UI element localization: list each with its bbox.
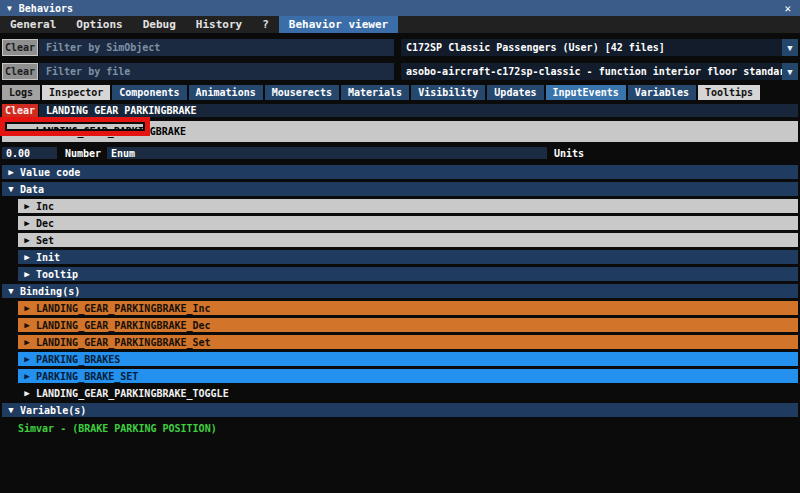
tree-row-label: PARKING_BRAKES xyxy=(36,354,120,365)
file-filter-row: Clear asobo-aircraft-c172sp-classic - fu… xyxy=(2,63,798,80)
tree-row-label: Data xyxy=(20,184,44,195)
menu-item-help[interactable]: ? xyxy=(252,16,279,33)
tree-row-binding-set[interactable]: ▶ LANDING_GEAR_PARKINGBRAKE_Set xyxy=(18,335,798,349)
tab-logs[interactable]: Logs xyxy=(2,85,40,100)
tree-row-inc[interactable]: ▶ Inc xyxy=(18,199,798,213)
expand-arrow-icon: ▶ xyxy=(18,320,36,330)
tree-row-label: Binding(s) xyxy=(20,286,80,297)
value-input[interactable] xyxy=(2,147,57,159)
tree-row-label: LANDING_GEAR_PARKINGBRAKE_Dec xyxy=(36,320,211,331)
tree-row-parking-brakes[interactable]: ▶ PARKING_BRAKES xyxy=(18,352,798,366)
simobject-dropdown-value: C172SP Classic Passengers (User) [42 fil… xyxy=(401,42,782,53)
tree-row-label: LANDING_GEAR_PARKINGBRAKE_TOGGLE xyxy=(36,388,229,399)
behaviors-window: ▼ Behaviors ✕ General Options Debug Hist… xyxy=(0,0,800,493)
tree-row-binding-toggle[interactable]: ▶ LANDING_GEAR_PARKINGBRAKE_TOGGLE xyxy=(18,386,798,400)
tree-row-variables[interactable]: ▼ Variable(s) xyxy=(2,403,798,417)
expand-arrow-icon: ▶ xyxy=(18,354,36,364)
tree-row-bindings[interactable]: ▼ Binding(s) xyxy=(2,284,798,298)
tree-row-label: LANDING_GEAR_PARKINGBRAKE_Inc xyxy=(36,303,211,314)
tree-row-tooltip[interactable]: ▶ Tooltip xyxy=(18,267,798,281)
expand-arrow-icon: ▶ xyxy=(18,303,36,313)
expand-arrow-icon: ▶ xyxy=(18,337,36,347)
behavior-filter-row: Clear xyxy=(2,104,798,117)
menu-item-general[interactable]: General xyxy=(0,16,66,33)
behavior-header-label: LANDING_GEAR_PARKINGBRAKE xyxy=(35,126,186,137)
tree-row-label: Inc xyxy=(36,201,54,212)
expand-arrow-icon: ▶ xyxy=(18,388,36,398)
clear-behavior-filter-button[interactable]: Clear xyxy=(2,104,38,117)
tree-row-binding-inc[interactable]: ▶ LANDING_GEAR_PARKINGBRAKE_Inc xyxy=(18,301,798,315)
file-filter-input[interactable] xyxy=(39,63,394,80)
window-title: Behaviors xyxy=(19,3,73,14)
file-dropdown[interactable]: asobo-aircraft-c172sp-classic - function… xyxy=(401,63,798,80)
units-label: Units xyxy=(554,148,584,159)
tree-row-dec[interactable]: ▶ Dec xyxy=(18,216,798,230)
expand-arrow-icon: ▶ xyxy=(18,235,36,245)
file-dropdown-value: asobo-aircraft-c172sp-classic - function… xyxy=(401,66,782,77)
tree-row-label: Value code xyxy=(20,167,80,178)
chevron-down-icon[interactable]: ▼ xyxy=(782,63,798,80)
expand-arrow-icon: ▶ xyxy=(2,167,20,177)
tree-row-set[interactable]: ▶ Set xyxy=(18,233,798,247)
tab-visibility[interactable]: Visibility xyxy=(411,85,485,100)
simobject-filter-input[interactable] xyxy=(39,39,394,56)
value-type-label: Number xyxy=(65,148,101,159)
expand-arrow-icon: ▶ xyxy=(18,218,36,228)
clear-file-filter-button[interactable]: Clear xyxy=(2,63,38,80)
tab-variables[interactable]: Variables xyxy=(628,85,696,100)
behavior-tree: ▶ Value code ▼ Data ▶ Inc ▶ Dec ▶ Set ▶ … xyxy=(0,165,800,417)
tree-row-init[interactable]: ▶ Init xyxy=(18,250,798,264)
tree-row-label: LANDING_GEAR_PARKINGBRAKE_Set xyxy=(36,337,211,348)
window-collapse-icon[interactable]: ▼ xyxy=(7,4,12,13)
expand-arrow-icon: ▼ xyxy=(2,286,20,296)
simvar-entry: Simvar - (BRAKE PARKING POSITION) xyxy=(18,423,800,434)
expand-arrow-icon: ▶ xyxy=(18,269,36,279)
simobject-filter-row: Clear C172SP Classic Passengers (User) [… xyxy=(2,39,798,56)
tree-row-label: Dec xyxy=(36,218,54,229)
expand-arrow-icon: ▼ xyxy=(2,405,20,415)
tree-row-label: PARKING_BRAKE_SET xyxy=(36,371,138,382)
units-dropdown-value: Enum xyxy=(111,148,135,159)
tab-animations[interactable]: Animations xyxy=(189,85,263,100)
tab-inputevents[interactable]: InputEvents xyxy=(546,85,626,100)
tab-tooltips[interactable]: Tooltips xyxy=(698,85,760,100)
tree-row-binding-dec[interactable]: ▶ LANDING_GEAR_PARKINGBRAKE_Dec xyxy=(18,318,798,332)
tab-mouserects[interactable]: Mouserects xyxy=(265,85,339,100)
tab-inspector[interactable]: Inspector xyxy=(42,85,110,100)
tree-row-parking-brake-set[interactable]: ▶ PARKING_BRAKE_SET xyxy=(18,369,798,383)
tab-components[interactable]: Components xyxy=(112,85,186,100)
tab-materials[interactable]: Materials xyxy=(341,85,409,100)
units-dropdown[interactable]: Enum xyxy=(107,147,547,159)
menu-item-behavior-viewer[interactable]: Behavior viewer xyxy=(279,16,398,33)
clear-simobject-filter-button[interactable]: Clear xyxy=(2,39,38,56)
expand-arrow-icon: ▶ xyxy=(18,201,36,211)
tree-row-label: Tooltip xyxy=(36,269,78,280)
menu-item-debug[interactable]: Debug xyxy=(133,16,186,33)
value-row: Number Enum Units xyxy=(2,147,798,159)
behavior-filter-input[interactable] xyxy=(39,104,798,117)
tree-row-label: Set xyxy=(36,235,54,246)
menu-item-history[interactable]: History xyxy=(186,16,252,33)
title-bar: ▼ Behaviors ✕ xyxy=(0,0,800,16)
expand-arrow-icon: ▶ xyxy=(18,371,36,381)
tree-row-label: Init xyxy=(36,252,60,263)
behavior-header-row[interactable]: ▼ LANDING_GEAR_PARKINGBRAKE xyxy=(2,121,798,142)
tree-row-value-code[interactable]: ▶ Value code xyxy=(2,165,798,179)
chevron-down-icon[interactable]: ▼ xyxy=(782,39,798,56)
tab-bar: Logs Inspector Components Animations Mou… xyxy=(2,85,798,100)
menu-item-options[interactable]: Options xyxy=(66,16,132,33)
expand-arrow-icon: ▼ xyxy=(2,184,20,194)
expand-arrow-icon: ▼ xyxy=(14,127,19,137)
menu-bar: General Options Debug History ? Behavior… xyxy=(0,16,800,33)
tab-updates[interactable]: Updates xyxy=(487,85,543,100)
simobject-dropdown[interactable]: C172SP Classic Passengers (User) [42 fil… xyxy=(401,39,798,56)
tree-row-data[interactable]: ▼ Data xyxy=(2,182,798,196)
expand-arrow-icon: ▶ xyxy=(18,252,36,262)
close-icon[interactable]: ✕ xyxy=(782,2,793,15)
tree-row-label: Variable(s) xyxy=(20,405,86,416)
